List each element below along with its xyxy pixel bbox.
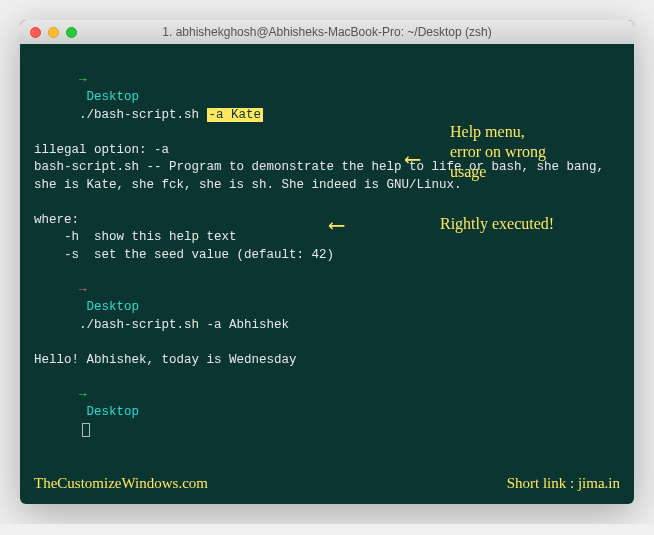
window-title: 1. abhishekghosh@Abhisheks-MacBook-Pro: …	[20, 25, 634, 39]
footer-right: Short link : jima.in	[507, 473, 620, 494]
footer-left: TheCustomizeWindows.com	[34, 473, 208, 494]
prompt-line-3: → Desktop	[34, 369, 620, 457]
footer: TheCustomizeWindows.com Short link : jim…	[34, 473, 620, 494]
output-opt-s: -s set the seed value (default: 42)	[34, 247, 620, 265]
maximize-icon[interactable]	[66, 27, 77, 38]
annotation-arrow-icon: ⟵	[406, 146, 419, 177]
prompt-dir: Desktop	[79, 90, 147, 104]
annotation-rightly: Rightly executed!	[440, 214, 554, 234]
minimize-icon[interactable]	[48, 27, 59, 38]
prompt-arrow-icon: →	[79, 73, 87, 87]
prompt-dir: Desktop	[79, 300, 147, 314]
output-hello: Hello! Abhishek, today is Wednesday	[34, 352, 620, 370]
prompt-line-2: → Desktop ./bash-script.sh -a Abhishek	[34, 264, 620, 352]
annotation-arrow-icon: ⟵	[330, 212, 343, 243]
prompt-dir: Desktop	[79, 405, 147, 419]
terminal-body[interactable]: → Desktop ./bash-script.sh -a Kate illeg…	[20, 44, 634, 504]
prompt-arrow-icon: →	[79, 283, 87, 297]
blank-line	[34, 194, 620, 212]
command-text: ./bash-script.sh	[79, 108, 207, 122]
annotation-help: Help menu, error on wrong usage	[450, 122, 546, 182]
cursor-icon	[82, 423, 90, 437]
titlebar: 1. abhishekghosh@Abhisheks-MacBook-Pro: …	[20, 20, 634, 44]
traffic-lights	[30, 27, 77, 38]
terminal-window: 1. abhishekghosh@Abhisheks-MacBook-Pro: …	[20, 20, 634, 504]
command-text: ./bash-script.sh -a Abhishek	[79, 318, 289, 332]
prompt-arrow-icon: →	[79, 388, 87, 402]
close-icon[interactable]	[30, 27, 41, 38]
highlighted-arg: -a Kate	[207, 108, 264, 122]
